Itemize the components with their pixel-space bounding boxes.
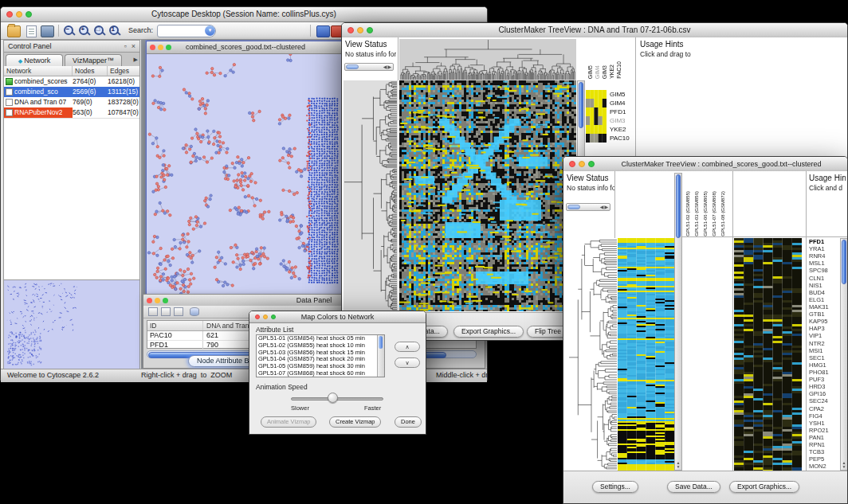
- close-icon[interactable]: [147, 298, 152, 303]
- attribute-list[interactable]: GPL51-01 (GSM854) heat shock 05 minGPL51…: [256, 334, 385, 377]
- maximize-icon[interactable]: [166, 45, 171, 50]
- slider-thumb[interactable]: [328, 393, 338, 403]
- move-up-button[interactable]: ∧: [395, 342, 420, 352]
- zoom-window-icon[interactable]: [367, 27, 373, 33]
- scroll-right-icon[interactable]: ▶: [387, 64, 392, 69]
- minimize-icon[interactable]: [158, 45, 163, 50]
- vizmapper-shortcut-icon[interactable]: [316, 25, 330, 37]
- export-graphics--button[interactable]: Export Graphics...: [729, 481, 799, 493]
- search-combobox[interactable]: ▼: [157, 25, 216, 37]
- scroll-arrows-icon[interactable]: ◀▶: [383, 64, 392, 70]
- main-titlebar[interactable]: Cytoscape Desktop (Session Name: collins…: [1, 7, 487, 22]
- scroll-arrows-icon[interactable]: ◀▶: [600, 205, 609, 210]
- zoom-selected-icon[interactable]: □: [93, 25, 107, 37]
- scrollbar-thumb[interactable]: [379, 336, 383, 349]
- treeview-combined-titlebar[interactable]: ClusterMaker TreeView : combined_scores_…: [563, 157, 847, 172]
- column-header[interactable]: Nodes: [73, 66, 108, 76]
- gene-label: CLN1: [809, 275, 839, 282]
- tab-vizmapper[interactable]: VizMapper™: [65, 54, 122, 66]
- tab-network[interactable]: ◆Network: [6, 54, 63, 66]
- gene-list-vscrollbar[interactable]: ▲▼: [840, 238, 847, 471]
- close-icon[interactable]: [150, 45, 155, 50]
- import-network-icon[interactable]: [26, 25, 37, 37]
- scrollbar-thumb[interactable]: [676, 174, 681, 238]
- close-icon[interactable]: [347, 27, 354, 33]
- minimize-icon[interactable]: [16, 11, 22, 18]
- scrollbar-thumb[interactable]: [567, 205, 580, 209]
- zoom-window-icon[interactable]: [26, 11, 32, 18]
- network-list-row[interactable]: DNA and Tran 07769(0)183728(0): [4, 97, 139, 107]
- scroll-arrows-icon[interactable]: ▲▼: [675, 461, 681, 469]
- secondary-heatmap[interactable]: [734, 238, 802, 471]
- scrollbar-thumb[interactable]: [579, 82, 583, 128]
- network-list-row[interactable]: RNAPuberNov2563(0)107847(0): [4, 107, 139, 118]
- row-dendrogram[interactable]: [568, 238, 618, 471]
- scroll-right-icon[interactable]: ▶: [604, 205, 609, 209]
- attribute-item[interactable]: GPL51-02 (GSM855) heat shock 10 min: [257, 342, 384, 350]
- delete-attribute-icon[interactable]: [174, 307, 183, 316]
- network-list-row[interactable]: combined_scores2764(0)16218(0): [4, 76, 139, 87]
- network-name: combined_sco: [14, 87, 58, 97]
- minimize-icon[interactable]: [263, 315, 268, 319]
- treeview-dna-titlebar[interactable]: ClusterMaker TreeView : DNA and Tran 07-…: [342, 23, 847, 38]
- usage-hints-title: Usage Hints: [640, 40, 768, 49]
- attribute-item[interactable]: GPL51-03 (GSM856) heat shock 15 min: [257, 350, 384, 357]
- zoom-fit-icon[interactable]: 1: [108, 25, 122, 37]
- open-session-icon[interactable]: [7, 25, 21, 37]
- selected-cluster-heatmap[interactable]: [586, 90, 607, 143]
- attribute-database-icon[interactable]: [190, 307, 199, 316]
- column-header[interactable]: Edges: [108, 66, 139, 76]
- attribute-item[interactable]: GPL51-07 (GSM868) heat shock 60 min: [257, 370, 384, 377]
- settings--button[interactable]: Settings...: [592, 481, 638, 493]
- close-panel-icon[interactable]: ×: [132, 41, 135, 52]
- status-scrollbar[interactable]: ◀▶: [344, 63, 394, 71]
- minimize-icon[interactable]: [579, 161, 585, 167]
- network-overview-thumbnail[interactable]: [4, 280, 139, 371]
- column-dendrogram[interactable]: [399, 39, 576, 80]
- create-attribute-icon[interactable]: [161, 307, 171, 316]
- column-header[interactable]: Network: [4, 66, 73, 76]
- done-button[interactable]: Done: [395, 416, 422, 428]
- select-attributes-icon[interactable]: [148, 307, 158, 316]
- treeview-dna-title: ClusterMaker TreeView : DNA and Tran 07-…: [387, 23, 803, 37]
- expression-heatmap[interactable]: [618, 238, 674, 471]
- heatmap-vscrollbar[interactable]: ▲▼: [674, 173, 682, 471]
- network-graph-canvas[interactable]: [147, 54, 344, 294]
- network-view-titlebar[interactable]: combined_scores_good.txt--clustered: [147, 41, 344, 54]
- close-icon[interactable]: [569, 161, 575, 167]
- create-vizmap-button[interactable]: Create Vizmap: [329, 416, 381, 428]
- attribute-item[interactable]: GPL51-05 (GSM859) heat shock 30 min: [257, 363, 384, 370]
- map-colors-titlebar[interactable]: Map Colors to Network: [249, 311, 426, 323]
- column-header[interactable]: ID: [147, 321, 203, 330]
- scroll-down-icon[interactable]: ▼: [842, 464, 846, 469]
- expression-heatmap[interactable]: [399, 80, 576, 311]
- minimize-icon[interactable]: [357, 27, 363, 33]
- status-scrollbar[interactable]: ◀▶: [566, 203, 610, 211]
- treeview-combined-body: View Status No status info for this view…: [563, 171, 847, 503]
- list-vscrollbar[interactable]: [377, 335, 384, 377]
- move-down-button[interactable]: ∨: [395, 357, 420, 368]
- snapshot-icon[interactable]: [41, 25, 54, 37]
- close-icon[interactable]: [255, 315, 260, 319]
- scroll-down-icon[interactable]: ▼: [677, 464, 681, 469]
- zoom-window-icon[interactable]: [271, 315, 276, 319]
- zoom-window-icon[interactable]: [588, 161, 595, 167]
- tab-overflow-icon[interactable]: ▶: [134, 57, 138, 63]
- row-dendrogram[interactable]: [344, 80, 398, 311]
- scroll-arrows-icon[interactable]: ▲▼: [841, 461, 847, 469]
- save-data--button[interactable]: Save Data...: [667, 481, 720, 493]
- gene-label: RPO21: [809, 427, 839, 434]
- scrollbar-thumb[interactable]: [842, 240, 846, 284]
- minimize-icon[interactable]: [155, 298, 160, 303]
- zoom-in-icon[interactable]: +: [78, 25, 92, 37]
- view-status-title: View Status: [567, 174, 614, 182]
- close-icon[interactable]: [6, 11, 13, 18]
- network-list-row[interactable]: combined_sco2569(6)13112(15): [4, 87, 139, 97]
- float-panel-icon[interactable]: ▫: [124, 41, 127, 52]
- zoom-out-icon[interactable]: −: [63, 25, 77, 37]
- maximize-icon[interactable]: [163, 298, 168, 303]
- export-graphics--button[interactable]: Export Graphics...: [453, 326, 524, 338]
- attribute-item[interactable]: GPL51-04 (GSM857) heat shock 20 min: [257, 356, 384, 363]
- scrollbar-thumb[interactable]: [346, 64, 359, 69]
- attribute-item[interactable]: GPL51-01 (GSM854) heat shock 05 min: [257, 335, 384, 342]
